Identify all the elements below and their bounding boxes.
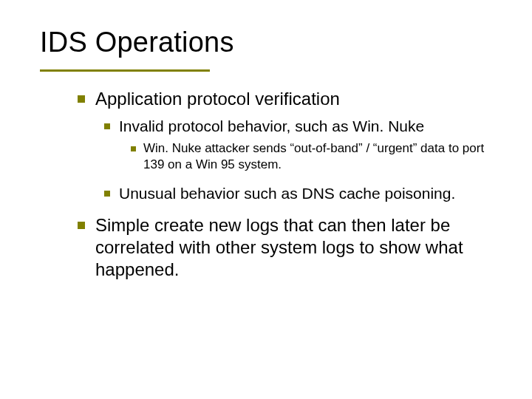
list-item: Application protocol verification [78, 88, 495, 110]
list-item: Win. Nuke attacker sends “out-of-band” /… [131, 140, 495, 173]
square-bullet-icon [104, 191, 110, 197]
square-bullet-icon [104, 123, 110, 129]
body-content: Application protocol verification Invali… [78, 85, 495, 281]
bullet-text: Application protocol verification [95, 88, 495, 110]
bullet-text: Win. Nuke attacker sends “out-of-band” /… [143, 140, 495, 173]
square-bullet-icon [78, 95, 85, 103]
list-item: Simple create new logs that can then lat… [78, 214, 495, 281]
bullet-text: Simple create new logs that can then lat… [95, 214, 495, 281]
bullet-text: Invalid protocol behavior, such as Win. … [119, 116, 495, 136]
title-block: IDS Operations [40, 28, 234, 58]
title-underline [40, 69, 210, 72]
list-item: Unusual behavior such as DNS cache poiso… [104, 183, 495, 203]
bullet-text: Unusual behavior such as DNS cache poiso… [119, 183, 495, 203]
square-bullet-icon [131, 146, 136, 151]
list-item: Invalid protocol behavior, such as Win. … [104, 116, 495, 136]
square-bullet-icon [78, 222, 85, 229]
slide-title: IDS Operations [40, 28, 234, 58]
slide: IDS Operations Application protocol veri… [0, 0, 532, 399]
